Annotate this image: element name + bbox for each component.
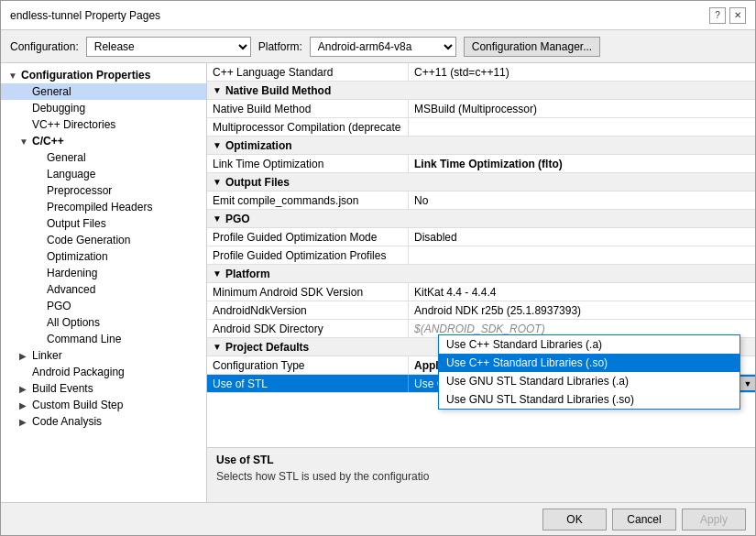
title-bar: endless-tunnel Property Pages ? ✕ bbox=[1, 1, 755, 30]
prop-name-pgo-profiles: Profile Guided Optimization Profiles bbox=[207, 246, 409, 264]
section-label-optimization: Optimization bbox=[225, 139, 292, 152]
dropdown-item-2[interactable]: Use GNU STL Standard Libraries (.a) bbox=[439, 372, 740, 390]
prop-name-native-build-method: Native Build Method bbox=[207, 100, 409, 117]
tree-label-code-analysis: Code Analysis bbox=[32, 415, 102, 428]
tree-item-pgo[interactable]: PGO bbox=[1, 298, 206, 314]
tree-arrow-linker: ▶ bbox=[19, 351, 28, 361]
prop-row-compile-commands[interactable]: Emit compile_commands.json No bbox=[207, 191, 755, 210]
prop-name-use-stl: Use of STL bbox=[207, 375, 409, 392]
section-native-build[interactable]: ▼ Native Build Method bbox=[207, 82, 755, 100]
close-button[interactable]: ✕ bbox=[729, 7, 746, 24]
tree-item-general[interactable]: General bbox=[1, 83, 206, 100]
prop-name-pgo-mode: Profile Guided Optimization Mode bbox=[207, 228, 409, 246]
tree-arrow-cpp: ▼ bbox=[19, 137, 28, 147]
platform-select[interactable]: Android-arm64-v8a bbox=[310, 37, 456, 57]
apply-button[interactable]: Apply bbox=[682, 509, 746, 531]
tree-label-output-files: Output Files bbox=[47, 217, 106, 230]
tree-item-advanced[interactable]: Advanced bbox=[1, 281, 206, 298]
section-label-output-files: Output Files bbox=[225, 176, 290, 189]
section-pgo[interactable]: ▼ PGO bbox=[207, 210, 755, 228]
stl-dropdown-overlay: Use C++ Standard Libraries (.a) Use C++ … bbox=[438, 334, 740, 410]
tree-item-cpp[interactable]: ▼ C/C++ bbox=[1, 133, 206, 149]
prop-name-sdk-dir: Android SDK Directory bbox=[207, 320, 409, 337]
tree-item-all-options[interactable]: All Options bbox=[1, 314, 206, 331]
prop-row-min-sdk[interactable]: Minimum Android SDK Version KitKat 4.4 -… bbox=[207, 283, 755, 301]
tree-item-language[interactable]: Language bbox=[1, 166, 206, 182]
tree-label-hardening: Hardening bbox=[47, 267, 97, 279]
platform-label: Platform: bbox=[258, 40, 302, 53]
tree-item-hardening[interactable]: Hardening bbox=[1, 265, 206, 281]
prop-value-cpp-lang: C++11 (std=c++11) bbox=[409, 63, 755, 81]
tree-item-build-events[interactable]: ▶ Build Events bbox=[1, 380, 206, 397]
tree-label-language: Language bbox=[47, 168, 95, 180]
section-label-project-defaults: Project Defaults bbox=[225, 341, 309, 354]
dropdown-item-0[interactable]: Use C++ Standard Libraries (.a) bbox=[439, 335, 740, 354]
prop-row-pgo-mode[interactable]: Profile Guided Optimization Mode Disable… bbox=[207, 228, 755, 246]
section-output-files[interactable]: ▼ Output Files bbox=[207, 173, 755, 191]
tree-item-debugging[interactable]: Debugging bbox=[1, 100, 206, 116]
tree-label-custom-build-step: Custom Build Step bbox=[32, 399, 123, 411]
prop-row-pgo-profiles[interactable]: Profile Guided Optimization Profiles bbox=[207, 246, 755, 265]
tree-item-config-props[interactable]: ▼ Configuration Properties bbox=[1, 67, 206, 83]
prop-row-native-build-method[interactable]: Native Build Method MSBuild (Multiproces… bbox=[207, 100, 755, 118]
section-label-platform: Platform bbox=[225, 268, 270, 280]
tree-label-pgo: PGO bbox=[47, 300, 71, 312]
tree-item-custom-build-step[interactable]: ▶ Custom Build Step bbox=[1, 397, 206, 413]
cancel-button[interactable]: Cancel bbox=[612, 509, 676, 531]
tree-arrow-build-events: ▶ bbox=[19, 384, 28, 394]
tree-label-cpp: C/C++ bbox=[32, 135, 64, 148]
property-panel: C++ Language Standard C++11 (std=c++11) … bbox=[207, 63, 755, 502]
tree-item-linker[interactable]: ▶ Linker bbox=[1, 347, 206, 364]
tree-label-advanced: Advanced bbox=[47, 283, 95, 296]
tree-item-code-analysis[interactable]: ▶ Code Analysis bbox=[1, 413, 206, 430]
prop-row-lto[interactable]: Link Time Optimization Link Time Optimiz… bbox=[207, 155, 755, 173]
prop-row-ndk-version[interactable]: AndroidNdkVersion Android NDK r25b (25.1… bbox=[207, 301, 755, 320]
tree-item-optimization[interactable]: Optimization bbox=[1, 248, 206, 265]
tree-item-command-line[interactable]: Command Line bbox=[1, 331, 206, 347]
tree-label-precompiled-headers: Precompiled Headers bbox=[47, 201, 152, 213]
dropdown-item-1[interactable]: Use C++ Standard Libraries (.so) bbox=[439, 354, 740, 372]
bottom-bar: OK Cancel Apply bbox=[1, 502, 755, 535]
ok-button[interactable]: OK bbox=[542, 509, 607, 531]
tree-arrow-custom-build-step: ▶ bbox=[19, 400, 28, 410]
tree-label-build-events: Build Events bbox=[32, 382, 93, 395]
tree-label-preprocessor: Preprocessor bbox=[47, 184, 112, 197]
section-arrow-output-files: ▼ bbox=[213, 177, 222, 187]
prop-row-cpp-lang[interactable]: C++ Language Standard C++11 (std=c++11) bbox=[207, 63, 755, 82]
tree-item-android-packaging[interactable]: Android Packaging bbox=[1, 364, 206, 380]
prop-value-multiprocessor bbox=[409, 118, 755, 136]
use-stl-dropdown-button[interactable]: ▼ bbox=[740, 377, 755, 390]
tree-label-all-options: All Options bbox=[47, 316, 100, 329]
section-arrow-platform: ▼ bbox=[213, 268, 222, 279]
tree-arrow-config-props: ▼ bbox=[8, 71, 17, 81]
tree-arrow-code-analysis: ▶ bbox=[19, 417, 28, 427]
tree-item-precompiled-headers[interactable]: Precompiled Headers bbox=[1, 199, 206, 215]
help-button[interactable]: ? bbox=[709, 7, 726, 24]
section-arrow-pgo: ▼ bbox=[213, 213, 222, 224]
configuration-select[interactable]: Release bbox=[86, 37, 251, 57]
tree-label-debugging: Debugging bbox=[32, 102, 85, 115]
tree-panel: ▼ Configuration Properties General Debug… bbox=[1, 63, 207, 502]
config-manager-button[interactable]: Configuration Manager... bbox=[464, 37, 600, 57]
section-label-native-build: Native Build Method bbox=[225, 84, 331, 97]
tree-item-vc-dirs[interactable]: VC++ Directories bbox=[1, 116, 206, 133]
section-optimization[interactable]: ▼ Optimization bbox=[207, 137, 755, 155]
prop-value-ndk-version: Android NDK r25b (25.1.8937393) bbox=[409, 301, 755, 319]
section-arrow-project-defaults: ▼ bbox=[213, 342, 222, 352]
tree-item-preprocessor[interactable]: Preprocessor bbox=[1, 182, 206, 199]
tree-item-output-files[interactable]: Output Files bbox=[1, 215, 206, 232]
tree-item-code-gen[interactable]: Code Generation bbox=[1, 232, 206, 248]
prop-row-multiprocessor[interactable]: Multiprocessor Compilation (deprecate bbox=[207, 118, 755, 137]
main-window: endless-tunnel Property Pages ? ✕ Config… bbox=[0, 0, 756, 536]
tree-item-general2[interactable]: General bbox=[1, 149, 206, 166]
title-bar-buttons: ? ✕ bbox=[709, 7, 746, 24]
tree-label-command-line: Command Line bbox=[47, 333, 121, 345]
dropdown-item-3[interactable]: Use GNU STL Standard Libraries (.so) bbox=[439, 390, 740, 409]
prop-value-compile-commands: No bbox=[409, 191, 755, 209]
prop-name-compile-commands: Emit compile_commands.json bbox=[207, 191, 409, 209]
section-platform[interactable]: ▼ Platform bbox=[207, 265, 755, 283]
prop-name-config-type: Configuration Type bbox=[207, 356, 409, 374]
tree-label-linker: Linker bbox=[32, 349, 62, 362]
tree-label-config-props: Configuration Properties bbox=[21, 69, 150, 82]
prop-value-pgo-profiles bbox=[409, 246, 755, 264]
